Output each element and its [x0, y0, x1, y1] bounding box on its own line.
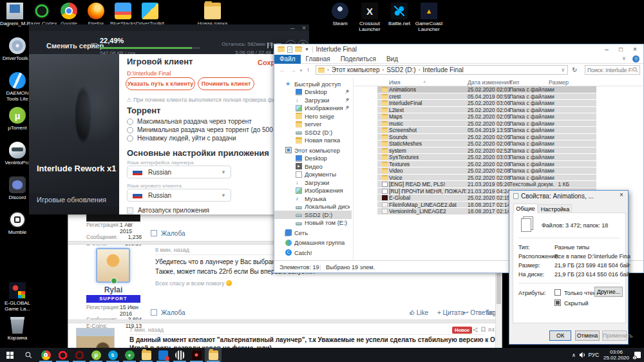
- taskbar-opera-icon[interactable]: [54, 348, 71, 362]
- address-dropdown-icon[interactable]: ∨: [561, 67, 565, 73]
- quote-button[interactable]: + Цитата: [437, 309, 464, 316]
- nav-item[interactable]: Изображения: [274, 104, 352, 113]
- e-global-game-launcher-shortcut[interactable]: E-GLOBAL Game La...: [0, 282, 35, 316]
- close-button[interactable]: ×: [628, 44, 642, 54]
- nav-item[interactable]: Домашняя группа: [274, 239, 352, 247]
- up-button[interactable]: ↑: [307, 66, 310, 73]
- file-row[interactable]: L2text 25.02.2020 02:04 Папка с файлами: [354, 107, 643, 114]
- help-icon[interactable]: ?: [632, 55, 639, 62]
- minimize-button[interactable]: –: [600, 44, 614, 54]
- ok-button[interactable]: ОК: [549, 330, 571, 341]
- mumble-shortcut[interactable]: Mumble: [0, 211, 35, 245]
- taskbar-game-emblem-icon[interactable]: [171, 348, 188, 362]
- taskbar-opera-beta-icon[interactable]: [71, 348, 88, 362]
- nav-item[interactable]: Сеть: [274, 229, 352, 237]
- cancel-button[interactable]: Отмена: [575, 330, 600, 341]
- game-language-select[interactable]: Russian ▼: [127, 189, 231, 202]
- file-row[interactable]: system 25.02.2020 02:52 Папка с файлами: [354, 148, 643, 155]
- file-row[interactable]: music 25.02.2020 02:05 Папка с файлами: [354, 120, 643, 128]
- nav-item[interactable]: Новый том (E:): [274, 219, 352, 227]
- close-button[interactable]: ×: [300, 25, 308, 31]
- search-box[interactable]: [585, 65, 640, 75]
- back-button[interactable]: ←: [279, 66, 286, 73]
- column-header-name[interactable]: Имя: [389, 79, 401, 86]
- breadcrumb[interactable]: ›Этот компьютер ›SSD2 (D:) ›Interlude Fi…: [316, 65, 568, 75]
- column-header-date[interactable]: Дата изменения: [468, 79, 511, 86]
- properties-icon[interactable]: [287, 46, 292, 53]
- server-icon[interactable]: [91, 43, 97, 48]
- file-row[interactable]: Textures 25.02.2020 02:08 Папка с файлам…: [354, 161, 643, 168]
- taskbar-chrome-icon[interactable]: [37, 348, 54, 362]
- chevron-down-icon[interactable]: ▼: [305, 47, 309, 52]
- report-link[interactable]: Жалоба: [161, 309, 185, 316]
- file-row[interactable]: Animations 25.02.2020 02:03 Папка с файл…: [354, 86, 643, 93]
- tray-expand-icon[interactable]: ∧: [569, 352, 579, 358]
- taskbar-red-app-icon[interactable]: [188, 348, 205, 362]
- radio-icon[interactable]: [127, 127, 133, 133]
- interface-language-select[interactable]: Russian ▼: [127, 166, 231, 178]
- rylai-avatar[interactable]: [96, 248, 130, 283]
- report-checkbox[interactable]: [151, 309, 157, 316]
- nav-item[interactable]: Изображения: [274, 187, 352, 195]
- file-row[interactable]: Voice 25.02.2020 02:08 Папка с файлами: [354, 175, 643, 182]
- nav-item[interactable]: Hero seige: [274, 112, 352, 120]
- nav-item[interactable]: Загрузки: [274, 178, 352, 187]
- taskbar-utorrent-icon[interactable]: [88, 348, 104, 362]
- ribbon-tab[interactable]: Вид: [381, 55, 403, 64]
- nav-item[interactable]: SSD2 (D:): [274, 211, 352, 219]
- pause-button[interactable]: [267, 43, 272, 48]
- close-button[interactable]: ×: [616, 191, 627, 200]
- share-icon[interactable]: [473, 327, 478, 332]
- nav-item[interactable]: Быстрый доступ: [274, 80, 352, 88]
- breadcrumb-item[interactable]: Этот компьютер: [332, 66, 380, 73]
- nav-item[interactable]: Desktop: [274, 155, 352, 163]
- like-button[interactable]: Like: [410, 309, 428, 316]
- battlenet-shortcut[interactable]: Battle.net: [385, 3, 413, 32]
- hidden-checkbox[interactable]: [554, 300, 561, 306]
- razer-cortex-shortcut[interactable]: Razer Cortex: [28, 3, 55, 26]
- taskbar-search-button[interactable]: [19, 348, 37, 362]
- nav-item[interactable]: Этот компьютер: [274, 146, 352, 155]
- action-center-icon[interactable]: 1: [631, 348, 644, 362]
- report-link[interactable]: Жалоба: [161, 230, 185, 237]
- recent-locations-icon[interactable]: ▼: [299, 68, 303, 73]
- column-header-type[interactable]: Тип: [509, 79, 519, 86]
- folder-icon[interactable]: [295, 46, 302, 52]
- nav-item[interactable]: server: [274, 120, 352, 129]
- ribbon-tab[interactable]: Поделиться: [336, 55, 381, 64]
- search-input[interactable]: [585, 67, 632, 73]
- nav-item[interactable]: Музыка: [274, 195, 352, 203]
- minimize-button[interactable]: –: [289, 25, 296, 31]
- username[interactable]: Rylai: [86, 285, 140, 294]
- firefox-shortcut[interactable]: Firefox: [82, 3, 109, 26]
- radio-icon[interactable]: [127, 135, 133, 142]
- file-row[interactable]: Sounds 25.02.2020 02:05 Папка с файлами: [354, 134, 643, 141]
- start-button[interactable]: [0, 348, 19, 362]
- file-row[interactable]: crest 05.04.2019 00:55 Папка с файлами: [354, 93, 643, 100]
- breadcrumb-item[interactable]: Interlude Final: [422, 66, 463, 73]
- crossout-launcher-shortcut[interactable]: Crossout Launcher: [355, 3, 384, 32]
- drivertoolkit-shortcut[interactable]: DriverToolkit: [137, 3, 164, 26]
- language-indicator[interactable]: РУС: [586, 352, 601, 358]
- file-row[interactable]: [ENG] READ ME, PLS! 21.03.2019 05:26 Тек…: [354, 181, 643, 188]
- maximize-button[interactable]: □: [614, 44, 628, 54]
- nav-item[interactable]: Загрузки: [274, 96, 352, 104]
- gamecoast-launcher-shortcut[interactable]: GameCoast Launcher: [415, 3, 443, 32]
- apply-button[interactable]: Применить: [602, 330, 627, 341]
- taskbar-photos-icon[interactable]: [155, 348, 171, 362]
- taskbar-explorer-icon[interactable]: [138, 348, 155, 362]
- folder-icon[interactable]: [278, 46, 285, 52]
- file-row[interactable]: Maps 25.02.2020 02:05 Папка с файлами: [354, 113, 643, 120]
- tab-custom[interactable]: Настройка: [538, 204, 572, 213]
- file-row[interactable]: Screenshot 05.04.2019 13:55 Папка с файл…: [354, 127, 643, 134]
- collapse-ribbon-icon[interactable]: ∨: [622, 55, 626, 61]
- nav-item[interactable]: Catch!: [274, 249, 352, 257]
- steam-shortcut[interactable]: Steam: [326, 3, 354, 32]
- sidebar-item-game-updates[interactable]: Игровые обновления: [29, 193, 119, 206]
- repair-client-button[interactable]: Починить клиент: [198, 77, 254, 90]
- taskbar-folder-window-icon[interactable]: [205, 348, 222, 362]
- new-folder-desktop-icon[interactable]: Новая папка: [193, 3, 232, 26]
- tag-button[interactable]: Tag: [486, 309, 496, 316]
- ribbon-tab[interactable]: Файл: [274, 55, 301, 64]
- checkbox-icon[interactable]: [127, 207, 133, 214]
